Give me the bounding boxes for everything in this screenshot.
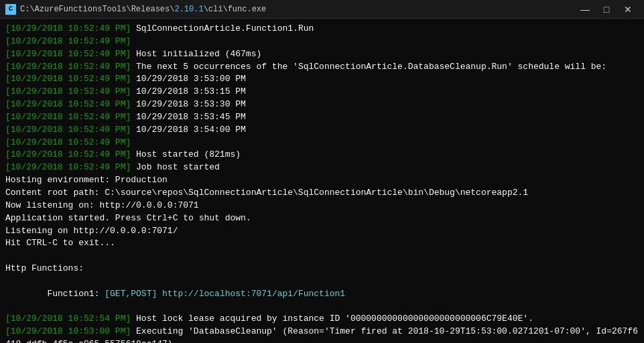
line-2: [10/29/2018 10:52:49 PM] [5, 36, 639, 48]
line-12: [10/29/2018 10:52:49 PM] Job host starte… [5, 161, 639, 174]
line-13: Hosting environment: Production [5, 174, 639, 187]
line-5: [10/29/2018 10:52:49 PM] 10/29/2018 3:53… [5, 73, 639, 86]
line-18: Hit CTRL-C to exit... [5, 237, 639, 250]
line-19: Http Functions: [5, 263, 639, 275]
minimize-button[interactable]: — [574, 3, 596, 16]
path-version: 2.10.1 [174, 5, 203, 14]
line-3: [10/29/2018 10:52:49 PM] Host initialize… [5, 48, 639, 61]
line-7: [10/29/2018 10:52:49 PM] 10/29/2018 3:53… [5, 98, 639, 111]
title-bar: C C:\AzureFunctionsTools\Releases\2.10.1… [0, 0, 644, 19]
line-6: [10/29/2018 10:52:49 PM] 10/29/2018 3:53… [5, 86, 639, 98]
window-controls: — □ ✕ [574, 3, 639, 16]
line-22: [10/29/2018 10:53:00 PM] Executing 'Data… [5, 326, 639, 343]
terminal-output: [10/29/2018 10:52:49 PM] SqlConnectionAr… [0, 19, 644, 343]
line-blank-2 [5, 275, 639, 288]
line-blank-1 [5, 250, 639, 263]
line-8: [10/29/2018 10:52:49 PM] 10/29/2018 3:53… [5, 111, 639, 124]
path-prefix: C:\AzureFunctionsTools\Releases\ [20, 5, 174, 14]
line-9: [10/29/2018 10:52:49 PM] 10/29/2018 3:54… [5, 124, 639, 137]
app-icon: C [5, 4, 16, 15]
line-14: Content root path: C:\source\repos\SqlCo… [5, 187, 639, 200]
line-16: Application started. Press Ctrl+C to shu… [5, 212, 639, 225]
close-button[interactable]: ✕ [617, 3, 639, 16]
line-21: [10/29/2018 10:52:54 PM] Host lock lease… [5, 313, 639, 326]
line-17: Listening on http://0.0.0.0:7071/ [5, 225, 639, 238]
path-suffix: \cli\func.exe [204, 5, 267, 14]
line-4: [10/29/2018 10:52:49 PM] The next 5 occu… [5, 61, 639, 74]
line-1: [10/29/2018 10:52:49 PM] SqlConnectionAr… [5, 23, 639, 36]
line-15: Now listening on: http://0.0.0.0:7071 [5, 200, 639, 212]
line-20: Function1: [GET,POST] http://localhost:7… [5, 288, 639, 301]
line-blank-3 [5, 301, 639, 314]
title-bar-left: C C:\AzureFunctionsTools\Releases\2.10.1… [5, 4, 266, 15]
line-10: [10/29/2018 10:52:49 PM] [5, 137, 639, 149]
title-bar-path: C:\AzureFunctionsTools\Releases\2.10.1\c… [20, 5, 266, 14]
window: C C:\AzureFunctionsTools\Releases\2.10.1… [0, 0, 644, 343]
maximize-button[interactable]: □ [596, 3, 617, 16]
line-11: [10/29/2018 10:52:49 PM] Host started (8… [5, 149, 639, 161]
